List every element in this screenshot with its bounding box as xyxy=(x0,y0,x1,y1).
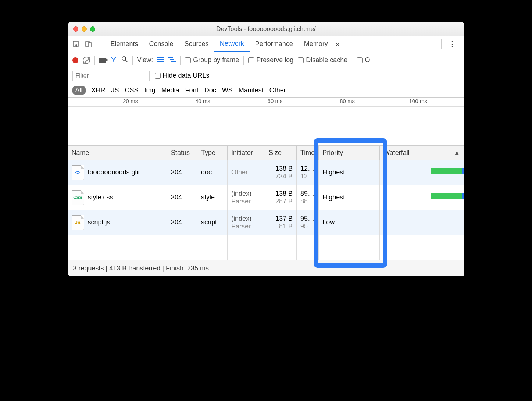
timeline-tick: 100 ms xyxy=(357,98,429,106)
timeline-overview[interactable]: 20 ms40 ms60 ms80 ms100 ms xyxy=(68,98,464,146)
status-bar: 3 requests | 413 B transferred | Finish:… xyxy=(68,260,464,276)
view-label: View: xyxy=(137,56,153,64)
more-tabs-button[interactable]: » xyxy=(336,40,340,48)
svg-rect-7 xyxy=(157,61,164,62)
col-status[interactable]: Status xyxy=(167,146,197,160)
table-header-row: Name Status Type Initiator Size Time Pri… xyxy=(68,146,464,160)
col-waterfall[interactable]: Waterfall▲ xyxy=(380,146,464,160)
device-toggle-icon[interactable] xyxy=(85,40,92,48)
file-js-icon: JS xyxy=(72,215,84,230)
panel-tabs: ElementsConsoleSourcesNetworkPerformance… xyxy=(68,36,464,52)
tab-memory[interactable]: Memory xyxy=(299,36,333,52)
offline-checkbox-partial[interactable]: O xyxy=(357,56,370,64)
overview-icon[interactable] xyxy=(168,56,176,64)
svg-rect-10 xyxy=(171,61,176,62)
filter-input[interactable] xyxy=(72,71,150,81)
disable-cache-checkbox[interactable]: Disable cache xyxy=(298,56,347,64)
settings-menu-icon[interactable]: ⋮ xyxy=(445,39,460,49)
request-name: fooooooooods.glit… xyxy=(88,168,147,176)
separator xyxy=(132,56,133,65)
table-row[interactable]: CSSstyle.css304style…(index)Parser138 B2… xyxy=(68,185,464,210)
type-filter-img[interactable]: Img xyxy=(144,86,156,94)
type-filter-all[interactable]: All xyxy=(72,86,86,95)
col-size[interactable]: Size xyxy=(265,146,297,160)
cell-priority: Low xyxy=(319,210,380,235)
window-title: DevTools - fooooooooods.glitch.me/ xyxy=(68,25,464,33)
devtools-window: DevTools - fooooooooods.glitch.me/ Eleme… xyxy=(68,22,464,276)
type-filter-font[interactable]: Font xyxy=(185,86,199,94)
type-filter-css[interactable]: CSS xyxy=(125,86,139,94)
cell-initiator[interactable]: Other xyxy=(228,160,265,185)
tab-sources[interactable]: Sources xyxy=(179,36,214,52)
table-row-empty xyxy=(68,235,464,260)
cell-waterfall xyxy=(380,185,464,210)
col-type[interactable]: Type xyxy=(197,146,228,160)
svg-rect-2 xyxy=(88,43,91,47)
tab-console[interactable]: Console xyxy=(144,36,179,52)
record-button[interactable] xyxy=(72,57,78,63)
hide-data-urls-checkbox[interactable]: Hide data URLs xyxy=(155,72,210,79)
separator xyxy=(101,39,101,49)
type-filter-xhr[interactable]: XHR xyxy=(92,86,106,94)
group-by-frame-checkbox[interactable]: Group by frame xyxy=(185,56,239,64)
cell-priority: Highest xyxy=(319,160,380,185)
separator xyxy=(94,56,95,65)
cell-waterfall xyxy=(380,160,464,185)
request-name: style.css xyxy=(88,194,113,201)
titlebar: DevTools - fooooooooods.glitch.me/ xyxy=(68,22,464,36)
cell-type: script xyxy=(197,210,228,235)
timeline-tick: 40 ms xyxy=(140,98,213,106)
cell-status: 304 xyxy=(167,185,197,210)
type-filter-media[interactable]: Media xyxy=(161,86,179,94)
separator xyxy=(180,56,181,65)
cell-size: 138 B734 B xyxy=(265,160,297,185)
svg-rect-8 xyxy=(168,57,173,58)
request-name: script.js xyxy=(88,219,110,226)
file-css-icon: CSS xyxy=(72,190,84,205)
timeline-tick: 60 ms xyxy=(213,98,285,106)
type-filter-ws[interactable]: WS xyxy=(222,86,233,94)
cell-status: 304 xyxy=(167,160,197,185)
col-time[interactable]: Time xyxy=(297,146,319,160)
cell-initiator[interactable]: (index)Parser xyxy=(228,185,265,210)
type-filter-other[interactable]: Other xyxy=(269,86,286,94)
search-icon[interactable] xyxy=(121,56,128,64)
type-filter-doc[interactable]: Doc xyxy=(204,86,216,94)
col-priority[interactable]: Priority xyxy=(319,146,380,160)
tab-elements[interactable]: Elements xyxy=(105,36,144,52)
svg-rect-9 xyxy=(170,59,174,60)
type-filter-manifest[interactable]: Manifest xyxy=(239,86,264,94)
table-row[interactable]: JSscript.js304script(index)Parser137 B81… xyxy=(68,210,464,235)
preserve-log-checkbox[interactable]: Preserve log xyxy=(248,56,293,64)
timeline-ticks: 20 ms40 ms60 ms80 ms100 ms xyxy=(68,98,464,107)
separator xyxy=(243,56,244,65)
cell-status: 304 xyxy=(167,210,197,235)
cell-size: 137 B81 B xyxy=(265,210,297,235)
svg-point-3 xyxy=(122,57,126,60)
tab-network[interactable]: Network xyxy=(214,36,250,52)
cell-time: 89…88… xyxy=(297,185,319,210)
cell-initiator[interactable]: (index)Parser xyxy=(228,210,265,235)
col-initiator[interactable]: Initiator xyxy=(228,146,265,160)
cell-size: 138 B287 B xyxy=(265,185,297,210)
resource-type-filter: AllXHRJSCSSImgMediaFontDocWSManifestOthe… xyxy=(68,83,464,98)
inspect-icon[interactable] xyxy=(72,40,80,48)
svg-line-4 xyxy=(125,60,127,62)
sort-asc-icon: ▲ xyxy=(454,149,460,157)
large-rows-icon[interactable] xyxy=(157,56,164,64)
cell-time: 12…12… xyxy=(297,160,319,185)
tab-performance[interactable]: Performance xyxy=(250,36,299,52)
clear-button[interactable] xyxy=(83,57,90,64)
filter-bar: Hide data URLs xyxy=(68,68,464,83)
filter-toggle-icon[interactable] xyxy=(110,56,117,64)
request-table-wrap: Name Status Type Initiator Size Time Pri… xyxy=(68,146,464,260)
table-row[interactable]: <>fooooooooods.glit…304doc…Other138 B734… xyxy=(68,160,464,185)
cell-type: doc… xyxy=(197,160,228,185)
screenshot-icon[interactable] xyxy=(99,58,106,63)
separator xyxy=(441,39,442,49)
separator xyxy=(352,56,352,65)
col-name[interactable]: Name xyxy=(68,146,167,160)
request-table: Name Status Type Initiator Size Time Pri… xyxy=(68,146,464,260)
svg-rect-5 xyxy=(157,57,164,58)
type-filter-js[interactable]: JS xyxy=(111,86,119,94)
